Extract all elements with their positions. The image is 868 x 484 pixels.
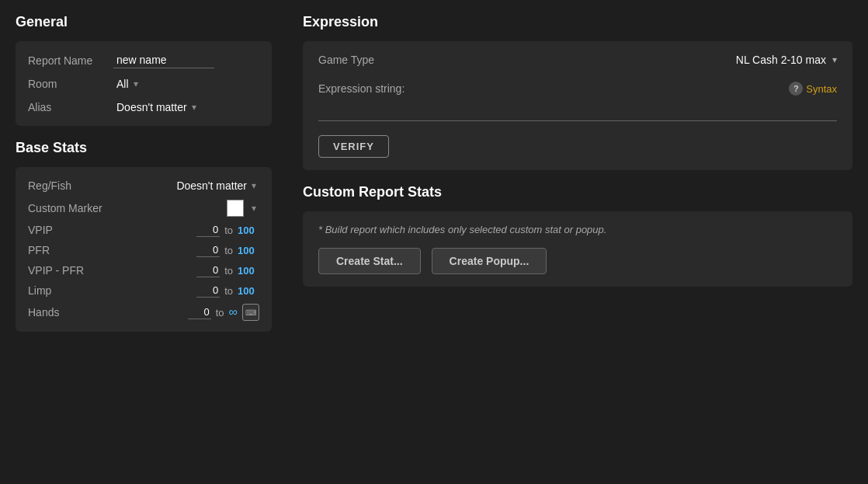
custom-marker-label: Custom Marker xyxy=(28,202,106,214)
right-panel: Expression Game Type NL Cash 2-10 max ▾ … xyxy=(287,0,868,484)
pfr-min-input[interactable] xyxy=(196,243,220,257)
alias-dropdown-label: Doesn't matter xyxy=(116,101,187,113)
reg-fish-dropdown[interactable]: Doesn't matter ▾ xyxy=(173,178,259,193)
syntax-link[interactable]: ? Syntax xyxy=(789,82,837,96)
room-value: All ▾ xyxy=(113,76,259,92)
base-stats-title: Base Stats xyxy=(16,140,272,156)
verify-button[interactable]: VERIFY xyxy=(318,135,389,158)
vpip-row: VPIP to 100 xyxy=(28,223,259,237)
limp-row: Limp to 100 xyxy=(28,284,259,298)
syntax-link-label: Syntax xyxy=(806,83,837,95)
vpip-min-input[interactable] xyxy=(196,223,220,237)
alias-value: Doesn't matter ▾ xyxy=(113,99,259,115)
left-panel: General Report Name Room All ▾ Alias xyxy=(0,0,287,484)
pfr-inputs: to 100 xyxy=(106,243,259,257)
custom-report-stats-title: Custom Report Stats xyxy=(303,184,852,200)
vpip-label: VPIP xyxy=(28,224,106,236)
hands-inputs: to ∞ ⌨ xyxy=(106,304,259,321)
alias-row: Alias Doesn't matter ▾ xyxy=(28,99,259,115)
reg-fish-label: Reg/Fish xyxy=(28,179,106,192)
expression-string-input[interactable] xyxy=(318,102,837,121)
custom-marker-color-swatch[interactable] xyxy=(227,200,244,217)
game-type-value-label: NL Cash 2-10 max xyxy=(736,54,826,66)
custom-stats-note: * Build report which includes only selec… xyxy=(318,224,837,235)
custom-marker-dropdown[interactable]: ▾ xyxy=(248,201,259,215)
custom-marker-dropdown-arrow: ▾ xyxy=(252,203,256,214)
reg-fish-dropdown-label: Doesn't matter xyxy=(176,179,247,192)
vpip-pfr-to: to xyxy=(224,265,233,277)
limp-to: to xyxy=(224,285,233,297)
create-popup-button[interactable]: Create Popup... xyxy=(432,248,547,274)
vpip-inputs: to 100 xyxy=(106,223,259,237)
vpip-to: to xyxy=(224,225,233,236)
pfr-row: PFR to 100 xyxy=(28,243,259,257)
hands-row: Hands to ∞ ⌨ xyxy=(28,304,259,321)
expression-card: Game Type NL Cash 2-10 max ▾ Expression … xyxy=(303,41,852,170)
reg-fish-row: Reg/Fish Doesn't matter ▾ xyxy=(28,178,259,193)
vpip-max: 100 xyxy=(238,225,259,236)
hands-infinity: ∞ xyxy=(229,305,238,319)
hands-keyboard-icon[interactable]: ⌨ xyxy=(242,304,259,321)
expr-string-row: Expression string: ? Syntax xyxy=(318,82,837,96)
custom-stats-card: * Build report which includes only selec… xyxy=(303,211,852,287)
alias-dropdown-arrow: ▾ xyxy=(192,102,196,113)
general-title: General xyxy=(16,14,272,30)
game-type-row: Game Type NL Cash 2-10 max ▾ xyxy=(318,54,837,66)
reg-fish-dropdown-arrow: ▾ xyxy=(252,180,256,191)
alias-dropdown[interactable]: Doesn't matter ▾ xyxy=(113,99,200,115)
pfr-to: to xyxy=(224,245,233,256)
reg-fish-inputs: Doesn't matter ▾ xyxy=(106,178,259,193)
limp-label: Limp xyxy=(28,284,106,297)
expression-title: Expression xyxy=(303,14,852,30)
alias-label: Alias xyxy=(28,101,113,113)
vpip-pfr-min-input[interactable] xyxy=(196,263,220,277)
room-dropdown-label: All xyxy=(116,78,129,90)
vpip-pfr-label: VPIP - PFR xyxy=(28,264,106,277)
game-type-dropdown[interactable]: NL Cash 2-10 max ▾ xyxy=(736,54,837,66)
room-label: Room xyxy=(28,78,113,90)
room-dropdown[interactable]: All ▾ xyxy=(113,76,141,92)
custom-marker-inputs: ▾ xyxy=(106,200,259,217)
limp-min-input[interactable] xyxy=(196,284,220,298)
general-card: Report Name Room All ▾ Alias Doesn't mat… xyxy=(16,41,272,126)
game-type-label: Game Type xyxy=(318,54,374,66)
hands-label: Hands xyxy=(28,306,106,319)
game-type-arrow-icon: ▾ xyxy=(832,54,837,65)
vpip-pfr-max: 100 xyxy=(238,265,259,277)
report-name-input[interactable] xyxy=(113,52,214,68)
pfr-max: 100 xyxy=(238,245,259,256)
limp-max: 100 xyxy=(238,285,259,297)
pfr-label: PFR xyxy=(28,244,106,256)
vpip-pfr-row: VPIP - PFR to 100 xyxy=(28,263,259,277)
help-circle-icon: ? xyxy=(789,82,803,96)
room-row: Room All ▾ xyxy=(28,76,259,92)
limp-inputs: to 100 xyxy=(106,284,259,298)
custom-stats-buttons: Create Stat... Create Popup... xyxy=(318,248,837,274)
room-dropdown-arrow: ▾ xyxy=(134,78,138,89)
report-name-label: Report Name xyxy=(28,54,113,67)
report-name-value xyxy=(113,52,259,68)
vpip-pfr-inputs: to 100 xyxy=(106,263,259,277)
expr-string-label: Expression string: xyxy=(318,82,404,95)
report-name-row: Report Name xyxy=(28,52,259,68)
hands-to: to xyxy=(216,307,224,319)
base-stats-card: Reg/Fish Doesn't matter ▾ Custom Marker … xyxy=(16,167,272,332)
hands-min-input[interactable] xyxy=(188,305,211,319)
custom-marker-row: Custom Marker ▾ xyxy=(28,200,259,217)
create-stat-button[interactable]: Create Stat... xyxy=(318,248,421,274)
